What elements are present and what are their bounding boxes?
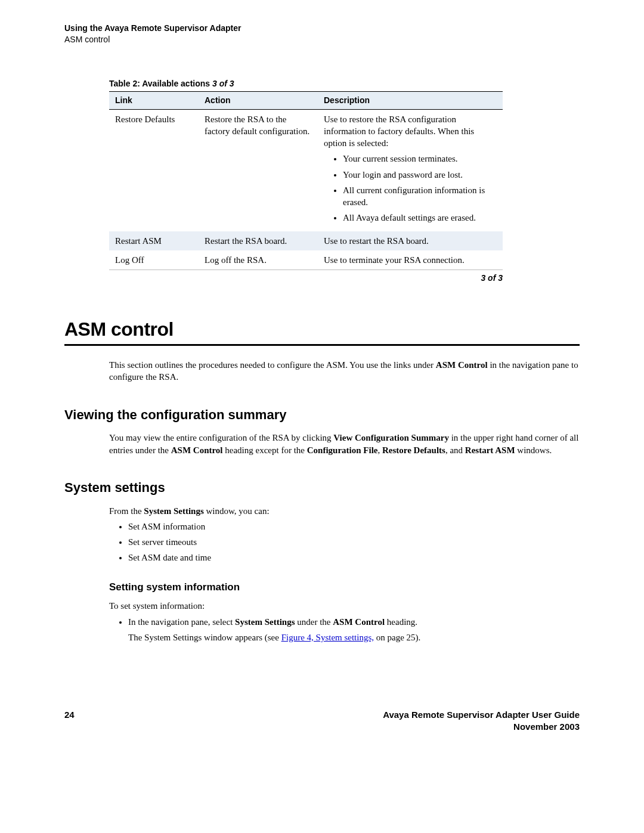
list-item: All current configuration information is… [343,184,497,209]
table-row: Log Off Log off the RSA. Use to terminat… [109,250,503,270]
col-header-description: Description [318,91,503,109]
text-span: heading except for the [223,445,307,455]
cell-link: Restart ASM [109,231,199,250]
bold-span: Configuration File [307,445,378,455]
cell-action: Restore the RSA to the factory default c… [199,109,318,231]
bold-span: View Configuration Summary [333,433,449,442]
table-row: Restore Defaults Restore the RSA to the … [109,109,503,231]
text-span: windows. [515,445,552,455]
bold-span: Restart ASM [465,445,515,455]
text-span: You may view the entire configuration of… [109,433,333,442]
heading-rule [64,344,580,346]
bold-span: ASM Control [333,617,385,627]
list-item: Set server timeouts [128,536,580,548]
text-span: From the [109,506,144,516]
cell-link: Log Off [109,250,199,270]
running-header-section: ASM control [64,34,580,45]
cell-description: Use to restore the RSA configuration inf… [318,109,503,231]
text-span: , and [445,445,465,455]
text-span: , [377,445,382,455]
set-info-steps: In the navigation pane, select System Se… [109,616,580,644]
text-span: window, you can: [204,506,270,516]
heading-setting-system-info: Setting system information [109,581,580,594]
table-footer-page: 3 of 3 [109,270,503,284]
table-row: Restart ASM Restart the RSA board. Use t… [109,231,503,250]
available-actions-table: Link Action Description Restore Defaults… [109,91,503,270]
cell-action: Log off the RSA. [199,250,318,270]
heading-view-config: Viewing the configuration summary [64,406,580,424]
cell-action: Restart the RSA board. [199,231,318,250]
list-item: Set ASM date and time [128,552,580,563]
text-span: The System Settings window appears (see [128,633,281,642]
bold-span: ASM Control [171,445,223,455]
heading-asm-control: ASM control [64,317,580,342]
text-span: This section outlines the procedures nee… [109,360,436,370]
view-config-paragraph: You may view the entire configuration of… [109,432,580,456]
footer-title: Avaya Remote Supervisor Adapter User Gui… [383,709,580,721]
footer-date: November 2003 [383,721,580,733]
figure-link[interactable]: Figure 4, System settings, [281,633,374,642]
text-span: heading. [385,617,417,627]
table-caption: Table 2: Available actions 3 of 3 [109,78,580,89]
text-span: In the navigation pane, select [128,617,235,627]
desc-intro: Use to restore the RSA configuration inf… [324,114,474,148]
cell-description: Use to terminate your RSA connection. [318,250,503,270]
heading-system-settings: System settings [64,479,580,497]
list-item: Your login and password are lost. [343,169,497,181]
page-number: 24 [64,709,75,721]
page-footer: 24 Avaya Remote Supervisor Adapter User … [64,709,580,733]
system-settings-list: Set ASM information Set server timeouts … [109,521,580,564]
col-header-link: Link [109,91,199,109]
step-result: The System Settings window appears (see … [128,631,580,643]
bold-span: System Settings [235,617,295,627]
text-span: under the [295,617,333,627]
intro-paragraph: This section outlines the procedures nee… [109,359,580,383]
bold-span: ASM Control [436,360,488,370]
list-item: Set ASM information [128,521,580,532]
col-header-action: Action [199,91,318,109]
set-info-lead: To set system information: [109,600,580,612]
list-item: In the navigation pane, select System Se… [128,616,580,644]
text-span: on page 25). [374,633,420,642]
table-caption-page: 3 of 3 [212,79,234,88]
running-header-title: Using the Avaya Remote Supervisor Adapte… [64,23,580,34]
bold-span: System Settings [144,506,203,516]
desc-bullets: Your current session terminates. Your lo… [324,153,497,224]
system-settings-intro: From the System Settings window, you can… [109,505,580,517]
table-caption-text: Table 2: Available actions [109,79,212,88]
cell-description: Use to restart the RSA board. [318,231,503,250]
list-item: All Avaya default settings are erased. [343,212,497,224]
cell-link: Restore Defaults [109,109,199,231]
bold-span: Restore Defaults [382,445,445,455]
list-item: Your current session terminates. [343,153,497,165]
